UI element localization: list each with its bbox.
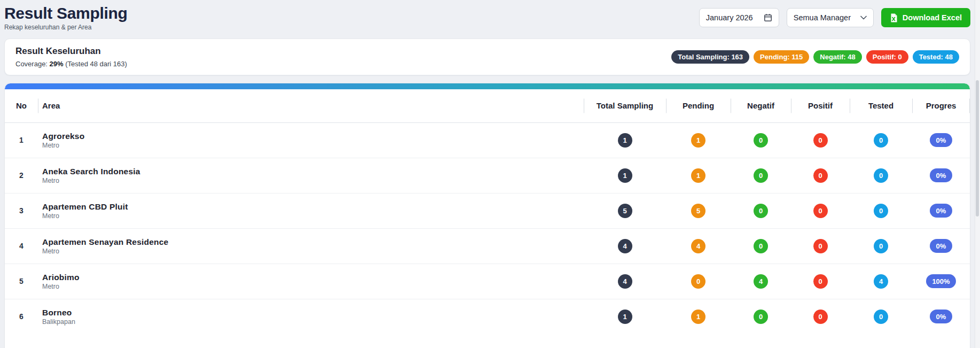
area-location: Metro — [42, 283, 584, 290]
progres-badge: 0% — [930, 310, 952, 323]
row-number: 5 — [5, 264, 38, 299]
negatif-badge: 0 — [754, 168, 768, 183]
page-scrollbar[interactable] — [975, 0, 980, 348]
calendar-icon[interactable] — [764, 13, 772, 22]
summary-badges: Total Sampling: 163 Pending: 115 Negatif… — [671, 50, 959, 64]
table-row: 4 Apartemen Senayan Residence Metro 4 4 … — [5, 228, 970, 264]
column-header: Area — [38, 89, 584, 123]
column-header: Tested — [850, 89, 912, 123]
area-location: Balikpapan — [42, 318, 584, 326]
progres-badge: 0% — [930, 168, 952, 182]
area-name: Aneka Search Indonesia — [42, 167, 584, 176]
pending-badge: 1 — [691, 168, 705, 183]
row-number: 2 — [5, 158, 38, 193]
pending-badge: 0 — [691, 274, 705, 289]
manager-select[interactable]: Semua Manager — [787, 8, 874, 27]
coverage-detail: (Tested 48 dari 163) — [65, 60, 127, 68]
pending-badge: 4 — [691, 239, 705, 253]
tested-badge: 0 — [874, 204, 888, 218]
area-location: Metro — [42, 142, 584, 149]
area-cell: Agrorekso Metro — [38, 122, 584, 158]
tested-badge: 0 — [874, 310, 888, 324]
positif-badge: 0 — [813, 168, 828, 183]
column-header: Negatif — [731, 89, 791, 123]
positif-badge: 0 — [813, 310, 828, 324]
excel-file-icon — [890, 13, 898, 22]
negatif-badge: 0 — [754, 133, 768, 148]
download-excel-button[interactable]: Download Excel — [881, 8, 970, 27]
area-name: Apartemen Senayan Residence — [42, 237, 584, 247]
table-body: 1 Agrorekso Metro 1 1 0 0 0 0% 2 Aneka S… — [5, 122, 970, 334]
summary-card: Result Keseluruhan Coverage: 29% (Tested… — [4, 38, 970, 75]
tested-badge: 0 — [874, 168, 888, 183]
row-number: 6 — [5, 299, 38, 334]
summary-title: Result Keseluruhan — [15, 46, 127, 57]
area-name: Borneo — [42, 308, 584, 318]
summary-badge: Negatif: 48 — [813, 50, 861, 64]
total-sampling-badge: 5 — [618, 204, 632, 218]
negatif-badge: 4 — [754, 274, 768, 289]
tested-badge: 0 — [874, 239, 888, 253]
download-excel-label: Download Excel — [903, 13, 962, 22]
header-controls: January 2026 Semua Manager — [699, 8, 970, 27]
page-subtitle: Rekap keseluruhan & per Area — [4, 24, 128, 31]
pending-badge: 1 — [691, 310, 705, 324]
table-header-row: NoAreaTotal SamplingPendingNegatifPositi… — [5, 89, 970, 123]
coverage-prefix: Coverage: — [15, 60, 48, 68]
area-cell: Borneo Balikpapan — [38, 299, 584, 334]
positif-badge: 0 — [813, 204, 828, 218]
table-row: 3 Apartemen CBD Pluit Metro 5 5 0 0 0 0% — [5, 193, 970, 228]
area-cell: Ariobimo Metro — [38, 264, 584, 299]
positif-badge: 0 — [813, 239, 828, 253]
table-row: 2 Aneka Search Indonesia Metro 1 1 0 0 0… — [5, 158, 970, 193]
positif-badge: 0 — [813, 274, 828, 289]
summary-text: Result Keseluruhan Coverage: 29% (Tested… — [15, 46, 127, 68]
month-picker[interactable]: January 2026 — [699, 8, 779, 27]
summary-badge: Positif: 0 — [866, 50, 908, 64]
pending-badge: 5 — [691, 204, 705, 218]
column-header: Pending — [666, 89, 731, 123]
negatif-badge: 0 — [754, 204, 768, 218]
column-header: Progres — [912, 89, 970, 123]
page-title: Result Sampling — [4, 4, 128, 22]
total-sampling-badge: 4 — [618, 239, 632, 253]
table-row: 1 Agrorekso Metro 1 1 0 0 0 0% — [5, 122, 970, 158]
scrollbar-thumb[interactable] — [976, 80, 979, 216]
title-block: Result Sampling Rekap keseluruhan & per … — [4, 4, 128, 31]
table-row: 6 Borneo Balikpapan 1 1 0 0 0 0% — [5, 299, 970, 334]
negatif-badge: 0 — [754, 239, 768, 253]
total-sampling-badge: 1 — [618, 168, 632, 183]
total-sampling-badge: 1 — [618, 310, 632, 324]
area-location: Metro — [42, 248, 584, 255]
progres-badge: 0% — [930, 204, 952, 218]
total-sampling-badge: 1 — [618, 133, 632, 148]
column-header: No — [5, 89, 38, 123]
negatif-badge: 0 — [754, 310, 768, 324]
row-number: 4 — [5, 228, 38, 264]
area-cell: Aneka Search Indonesia Metro — [38, 158, 584, 193]
summary-badge: Total Sampling: 163 — [671, 50, 749, 64]
pending-badge: 1 — [691, 133, 705, 148]
summary-badge: Tested: 48 — [913, 50, 959, 64]
total-sampling-badge: 4 — [618, 274, 632, 289]
result-table-card: NoAreaTotal SamplingPendingNegatifPositi… — [4, 83, 970, 348]
area-name: Agrorekso — [42, 132, 584, 141]
area-name: Apartemen CBD Pluit — [42, 202, 584, 212]
table-row: 5 Ariobimo Metro 4 0 4 0 4 100% — [5, 264, 970, 299]
result-table: NoAreaTotal SamplingPendingNegatifPositi… — [5, 89, 970, 335]
coverage-line: Coverage: 29% (Tested 48 dari 163) — [15, 60, 127, 68]
month-picker-value: January 2026 — [706, 13, 753, 22]
tested-badge: 4 — [874, 274, 888, 289]
gradient-bar — [5, 83, 970, 89]
tested-badge: 0 — [874, 133, 888, 148]
chevron-down-icon — [860, 16, 867, 20]
area-name: Ariobimo — [42, 273, 584, 282]
progres-badge: 0% — [930, 239, 952, 253]
page: Result Sampling Rekap keseluruhan & per … — [0, 0, 980, 348]
area-location: Metro — [42, 212, 584, 220]
summary-badge: Pending: 115 — [754, 50, 809, 64]
area-cell: Apartemen Senayan Residence Metro — [38, 228, 584, 264]
column-header: Positif — [791, 89, 850, 123]
progres-badge: 100% — [926, 274, 955, 288]
column-header: Total Sampling — [584, 89, 666, 123]
